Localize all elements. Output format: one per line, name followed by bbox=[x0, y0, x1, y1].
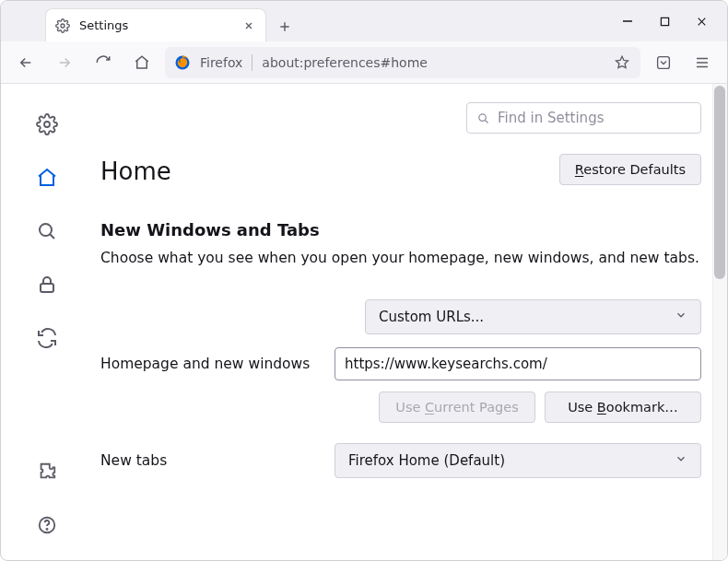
close-window-button[interactable] bbox=[694, 14, 709, 29]
find-in-settings[interactable] bbox=[466, 102, 701, 134]
toolbar: Firefox about:preferences#home bbox=[1, 41, 727, 84]
back-button[interactable] bbox=[10, 47, 41, 78]
scrollbar-thumb[interactable] bbox=[714, 86, 725, 279]
newtabs-row-label: New tabs bbox=[100, 452, 312, 469]
gear-icon bbox=[55, 18, 70, 33]
urlbar-separator bbox=[252, 54, 252, 71]
sidebar-item-general[interactable] bbox=[30, 108, 64, 141]
homepage-mode-select[interactable]: Custom URLs... bbox=[365, 299, 701, 334]
settings-main: Home Restore Defaults New Windows and Ta… bbox=[93, 84, 727, 560]
sidebar-item-extensions[interactable] bbox=[30, 455, 64, 488]
svg-point-8 bbox=[46, 529, 47, 530]
homepage-mode-value: Custom URLs... bbox=[379, 309, 484, 325]
browser-window: Settings Firefox about:preferences#home bbox=[0, 0, 728, 561]
sidebar-item-search[interactable] bbox=[30, 215, 64, 248]
app-menu-button[interactable] bbox=[687, 47, 718, 78]
firefox-icon bbox=[174, 54, 191, 71]
find-in-settings-input[interactable] bbox=[498, 110, 691, 126]
urlbar-address: about:preferences#home bbox=[262, 55, 604, 70]
svg-rect-3 bbox=[658, 56, 670, 68]
svg-point-4 bbox=[44, 122, 50, 127]
minimize-button[interactable] bbox=[620, 14, 635, 29]
sidebar-item-help[interactable] bbox=[30, 508, 64, 542]
content-area: Home Restore Defaults New Windows and Ta… bbox=[1, 84, 727, 560]
newtabs-select-value: Firefox Home (Default) bbox=[348, 452, 505, 469]
close-tab-icon[interactable] bbox=[241, 18, 256, 33]
sidebar-item-privacy[interactable] bbox=[30, 268, 64, 301]
save-to-pocket-button[interactable] bbox=[648, 47, 679, 78]
use-current-pages-button[interactable]: Use Current Pages bbox=[379, 392, 535, 423]
window-controls bbox=[609, 1, 720, 41]
forward-button[interactable] bbox=[49, 47, 80, 78]
new-tab-button[interactable] bbox=[270, 12, 299, 41]
section-title: New Windows and Tabs bbox=[100, 220, 701, 240]
restore-defaults-button[interactable]: Restore Defaults bbox=[559, 154, 701, 185]
use-bookmark-button[interactable]: Use Bookmark… bbox=[545, 392, 701, 423]
svg-rect-1 bbox=[661, 18, 668, 25]
homepage-row-label: Homepage and new windows bbox=[100, 356, 312, 372]
chevron-down-icon bbox=[675, 452, 687, 469]
homepage-url-input[interactable] bbox=[335, 347, 701, 380]
settings-sidebar bbox=[1, 84, 93, 560]
url-bar[interactable]: Firefox about:preferences#home bbox=[165, 47, 640, 78]
bookmark-star-icon[interactable] bbox=[613, 53, 631, 72]
reload-button[interactable] bbox=[88, 47, 119, 78]
newtabs-select[interactable]: Firefox Home (Default) bbox=[335, 443, 701, 478]
svg-point-0 bbox=[61, 24, 65, 28]
maximize-button[interactable] bbox=[657, 14, 672, 29]
svg-point-9 bbox=[479, 113, 487, 121]
svg-rect-6 bbox=[41, 284, 53, 292]
sidebar-item-home[interactable] bbox=[30, 161, 64, 194]
sidebar-item-sync[interactable] bbox=[30, 321, 64, 355]
chevron-down-icon bbox=[675, 309, 687, 325]
vertical-scrollbar[interactable] bbox=[712, 84, 727, 560]
browser-tab[interactable]: Settings bbox=[45, 8, 266, 41]
svg-point-5 bbox=[40, 224, 52, 236]
home-button[interactable] bbox=[126, 47, 158, 78]
titlebar: Settings bbox=[1, 1, 727, 41]
tab-title: Settings bbox=[79, 18, 232, 32]
search-icon bbox=[476, 111, 490, 125]
urlbar-product-label: Firefox bbox=[200, 55, 242, 70]
page-title: Home bbox=[100, 158, 171, 185]
section-description: Choose what you see when you open your h… bbox=[100, 249, 701, 268]
